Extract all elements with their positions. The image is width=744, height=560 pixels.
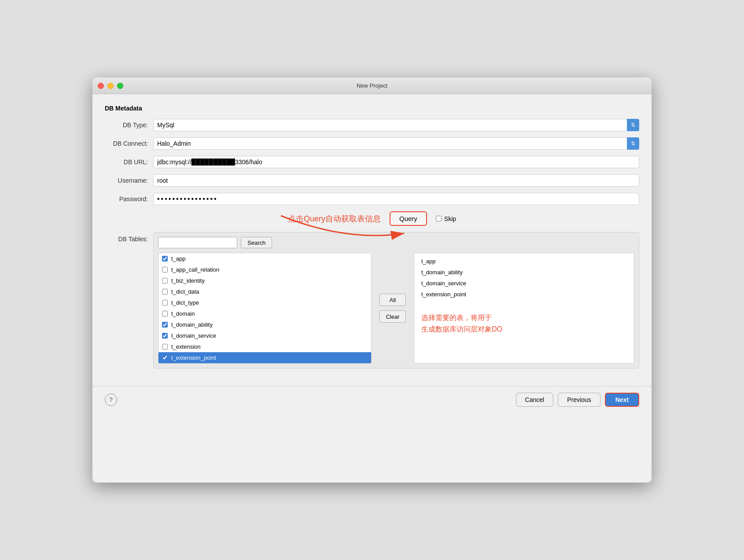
table-name: t_extension_point <box>171 354 216 361</box>
list-item-selected[interactable]: t_extension_point <box>158 352 371 363</box>
table-checkbox[interactable] <box>162 344 168 350</box>
tables-body: t_app t_app_call_relation t_biz_identity <box>158 253 634 364</box>
db-url-label: DB URL: <box>105 158 153 166</box>
db-tables-row: DB Tables: Search t_app <box>105 232 639 368</box>
window-title: New Project <box>357 82 387 89</box>
content-area: DB Metadata DB Type: MySql ⇅ DB Connect:… <box>92 94 652 383</box>
table-list-right: t_app t_domain_ability t_domain_service … <box>414 253 634 364</box>
previous-button[interactable]: Previous <box>558 393 600 407</box>
table-checkbox[interactable] <box>162 322 168 328</box>
table-name: t_dict_type <box>171 299 199 306</box>
close-button[interactable] <box>98 83 104 89</box>
search-row: Search <box>158 237 634 248</box>
traffic-lights <box>98 83 123 89</box>
db-type-select-wrapper: MySql ⇅ <box>153 119 639 131</box>
bottom-bar: ? Cancel Previous Next <box>92 386 652 414</box>
password-row: Password: <box>105 193 639 205</box>
right-table-item: t_app <box>418 256 630 267</box>
list-item[interactable]: t_domain <box>158 308 371 319</box>
right-table-item: t_domain_ability <box>418 267 630 278</box>
username-label: Username: <box>105 177 153 184</box>
db-connect-select[interactable]: Halo_Admin <box>153 137 639 150</box>
db-connect-select-wrapper: Halo_Admin ⇅ <box>153 137 639 150</box>
table-name: t_domain_ability <box>171 321 213 328</box>
db-type-label: DB Type: <box>105 122 153 129</box>
table-middle-controls: All Clear <box>376 253 409 364</box>
skip-area: Skip <box>436 215 456 222</box>
bottom-right-buttons: Cancel Previous Next <box>516 393 639 407</box>
table-checkbox[interactable] <box>162 267 168 273</box>
section-title: DB Metadata <box>105 105 639 112</box>
list-item[interactable]: t_dict_data <box>158 286 371 297</box>
table-name: t_extension <box>171 343 201 350</box>
query-button[interactable]: Query <box>390 211 427 226</box>
skip-label: Skip <box>444 215 456 222</box>
tables-container: Search t_app t_app_call_relation <box>153 232 639 368</box>
db-type-row: DB Type: MySql ⇅ <box>105 119 639 131</box>
db-tables-label: DB Tables: <box>105 232 153 243</box>
right-annotation-text: 选择需要的表，将用于生成数据库访问层对象DO <box>421 314 502 333</box>
db-url-row: DB URL: <box>105 156 639 168</box>
list-item[interactable]: t_app <box>158 253 371 264</box>
db-connect-row: DB Connect: Halo_Admin ⇅ <box>105 137 639 150</box>
right-table-item: t_extension_point <box>418 289 630 300</box>
table-name: t_app <box>171 255 186 262</box>
list-item[interactable]: t_biz_identity <box>158 275 371 286</box>
next-button[interactable]: Next <box>605 393 639 407</box>
username-row: Username: <box>105 174 639 187</box>
list-item[interactable]: t_domain_ability <box>158 319 371 330</box>
skip-checkbox[interactable] <box>436 216 442 221</box>
table-checkbox[interactable] <box>162 333 168 339</box>
all-button[interactable]: All <box>379 294 406 306</box>
table-checkbox[interactable] <box>162 355 168 361</box>
password-input[interactable] <box>153 193 639 205</box>
table-checkbox[interactable] <box>162 278 168 284</box>
minimize-button[interactable] <box>107 83 114 89</box>
search-button[interactable]: Search <box>241 237 272 248</box>
list-item[interactable]: t_app_call_relation <box>158 264 371 275</box>
query-annotation-text: 点击Query自动获取表信息 <box>288 214 381 224</box>
table-list-left: t_app t_app_call_relation t_biz_identity <box>158 253 372 364</box>
table-checkbox[interactable] <box>162 256 168 262</box>
table-checkbox[interactable] <box>162 289 168 295</box>
cancel-button[interactable]: Cancel <box>516 393 554 407</box>
db-url-input[interactable] <box>153 156 639 168</box>
table-name: t_dict_data <box>171 288 199 295</box>
table-name: t_domain <box>171 310 195 317</box>
username-input[interactable] <box>153 174 639 187</box>
right-table-item: t_domain_service <box>418 278 630 289</box>
db-type-select[interactable]: MySql <box>153 119 639 131</box>
table-name: t_app_call_relation <box>171 266 219 273</box>
list-item[interactable]: t_dict_type <box>158 297 371 308</box>
list-item[interactable]: t_domain_service <box>158 330 371 341</box>
table-name: t_biz_identity <box>171 277 205 284</box>
titlebar: New Project <box>92 77 652 94</box>
db-connect-label: DB Connect: <box>105 140 153 147</box>
clear-button[interactable]: Clear <box>379 310 406 323</box>
list-item[interactable]: t_extension <box>158 341 371 352</box>
help-button[interactable]: ? <box>105 394 117 406</box>
main-window: New Project DB Metadata DB Type: MySql ⇅… <box>92 77 652 483</box>
search-input[interactable] <box>158 237 237 248</box>
password-label: Password: <box>105 195 153 203</box>
table-checkbox[interactable] <box>162 311 168 317</box>
table-checkbox[interactable] <box>162 300 168 306</box>
maximize-button[interactable] <box>117 83 123 89</box>
table-name: t_domain_service <box>171 332 216 339</box>
